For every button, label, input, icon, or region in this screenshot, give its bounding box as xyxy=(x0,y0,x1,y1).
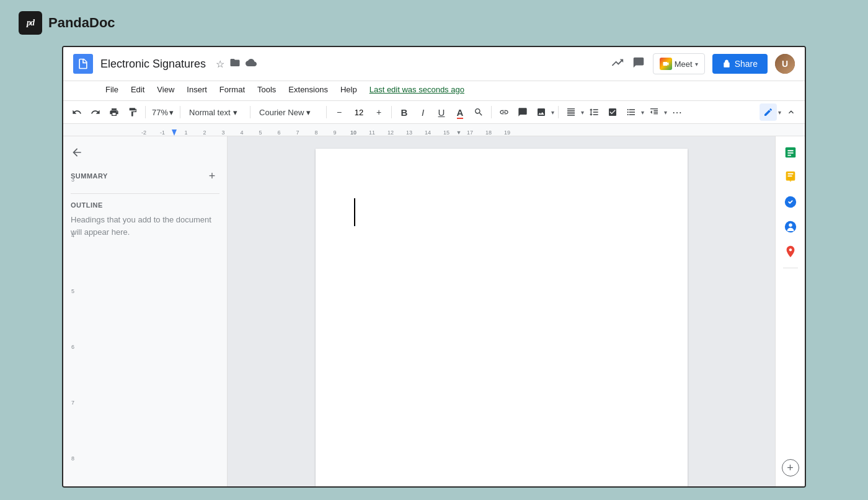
font-chevron: ▾ xyxy=(306,108,311,117)
contacts-icon xyxy=(784,220,797,234)
paint-format-button[interactable] xyxy=(124,103,141,121)
indent-chevron[interactable]: ▾ xyxy=(664,109,667,116)
text-color-label: A xyxy=(457,107,464,118)
collapse-toolbar-button[interactable] xyxy=(782,103,800,121)
undo-button[interactable] xyxy=(68,103,86,121)
keep-icon xyxy=(784,170,797,184)
menu-insert[interactable]: Insert xyxy=(182,82,212,97)
menu-tools[interactable]: Tools xyxy=(252,82,281,97)
divider-3 xyxy=(250,106,250,118)
user-avatar[interactable]: U xyxy=(775,54,795,74)
menu-view[interactable]: View xyxy=(152,82,179,97)
folder-icon[interactable] xyxy=(229,57,241,71)
svg-rect-3 xyxy=(787,175,792,177)
text-color-button[interactable]: A xyxy=(451,103,469,121)
menu-help[interactable]: Help xyxy=(335,82,362,97)
last-edit-status[interactable]: Last edit was seconds ago xyxy=(370,85,464,94)
menu-edit[interactable]: Edit xyxy=(126,82,149,97)
bold-button[interactable]: B xyxy=(396,103,413,121)
outline-title: OUTLINE xyxy=(71,201,219,209)
bulleted-list-button[interactable] xyxy=(622,103,640,121)
collapse-icon xyxy=(786,107,796,117)
logo-text: PandaDoc xyxy=(48,15,115,31)
inline-comment-button[interactable] xyxy=(514,103,531,121)
header-right: Meet ▾ Share U xyxy=(611,53,795,74)
avatar-placeholder: U xyxy=(775,54,795,74)
image-button[interactable] xyxy=(533,103,550,121)
indent-button[interactable] xyxy=(645,103,663,121)
sidebar-back-button[interactable] xyxy=(71,144,88,161)
svg-rect-2 xyxy=(787,173,793,175)
paragraph-style-selector[interactable]: Normal text ▾ xyxy=(184,105,246,120)
keep-sidebar-icon[interactable] xyxy=(779,166,802,188)
cloud-icon[interactable] xyxy=(246,57,257,71)
contacts-sidebar-icon[interactable] xyxy=(779,216,802,238)
divider-1 xyxy=(145,106,146,118)
paragraph-style-value: Normal text xyxy=(189,108,230,117)
page-content[interactable] xyxy=(353,186,650,226)
zoom-selector[interactable]: 77% ▾ xyxy=(149,107,176,118)
share-button[interactable]: Share xyxy=(712,54,768,74)
document-page[interactable] xyxy=(316,149,688,486)
font-size-increase-button[interactable]: + xyxy=(370,103,388,121)
link-button[interactable] xyxy=(495,103,513,121)
maps-sidebar-icon[interactable] xyxy=(779,240,802,263)
divider-7 xyxy=(558,106,559,118)
menu-format[interactable]: Format xyxy=(215,82,250,97)
menu-file[interactable]: File xyxy=(100,82,123,97)
align-button[interactable] xyxy=(562,103,580,121)
divider-5 xyxy=(391,106,392,118)
doc-icon xyxy=(73,54,93,74)
font-size-decrease-button[interactable]: − xyxy=(330,103,348,121)
top-bar: pd PandaDoc xyxy=(0,0,868,46)
summary-header: SUMMARY + xyxy=(71,169,219,183)
add-extension-icon: + xyxy=(787,462,794,475)
underline-button[interactable]: U xyxy=(433,103,450,121)
font-size-control xyxy=(349,108,369,117)
right-sidebar-divider xyxy=(783,268,798,268)
list-chevron[interactable]: ▾ xyxy=(641,109,644,116)
line-spacing-button[interactable] xyxy=(585,103,603,121)
summary-add-button[interactable]: + xyxy=(205,169,219,183)
image-chevron[interactable]: ▾ xyxy=(551,109,554,116)
maps-icon xyxy=(784,245,797,258)
back-arrow-icon xyxy=(71,146,83,159)
menu-bar: File Edit View Insert Format Tools Exten… xyxy=(63,81,805,100)
menu-extensions[interactable]: Extensions xyxy=(283,82,333,97)
align-chevron[interactable]: ▾ xyxy=(581,109,584,116)
font-name-value: Courier New xyxy=(259,108,304,117)
font-size-input[interactable] xyxy=(349,108,369,117)
doc-title: Electronic Signatures xyxy=(100,58,206,71)
right-sidebar: + xyxy=(775,136,805,486)
redo-button[interactable] xyxy=(87,103,104,121)
star-icon[interactable]: ☆ xyxy=(216,58,224,70)
lock-icon xyxy=(722,59,731,68)
add-extension-button[interactable]: + xyxy=(782,459,799,476)
print-button[interactable] xyxy=(105,103,123,121)
sheets-icon xyxy=(784,146,797,159)
font-selector[interactable]: Courier New ▾ xyxy=(254,105,322,120)
doc-header: Electronic Signatures ☆ xyxy=(63,47,805,81)
meet-icon xyxy=(660,58,672,70)
logo-abbr: pd xyxy=(27,18,34,28)
doc-container: Electronic Signatures ☆ xyxy=(62,46,806,488)
more-options-button[interactable]: ⋯ xyxy=(668,103,686,121)
trending-icon[interactable] xyxy=(611,56,624,72)
ruler: -2 -1 1 2 3 4 5 6 7 8 9 10 11 12 13 14 1… xyxy=(63,124,805,136)
comment-icon[interactable] xyxy=(632,56,645,72)
italic-button[interactable]: I xyxy=(414,103,432,121)
pandadoc-logo[interactable]: pd PandaDoc xyxy=(19,11,115,35)
tasks-sidebar-icon[interactable] xyxy=(779,191,802,213)
svg-point-6 xyxy=(789,224,792,227)
sheets-sidebar-icon[interactable] xyxy=(779,141,802,164)
checklist-button[interactable] xyxy=(604,103,621,121)
divider-6 xyxy=(491,106,492,118)
text-color-indicator xyxy=(457,118,464,119)
page-area[interactable]: 3 4 5 6 7 8 xyxy=(228,136,775,486)
ruler-ticks: -2 -1 1 2 3 4 5 6 7 8 9 10 11 12 13 14 1… xyxy=(135,124,516,136)
meet-button[interactable]: Meet ▾ xyxy=(653,53,705,74)
edit-mode-chevron[interactable]: ▾ xyxy=(778,109,781,116)
edit-mode-button[interactable] xyxy=(760,103,777,121)
highlight-button[interactable] xyxy=(470,103,487,121)
edit-icon xyxy=(763,107,773,117)
